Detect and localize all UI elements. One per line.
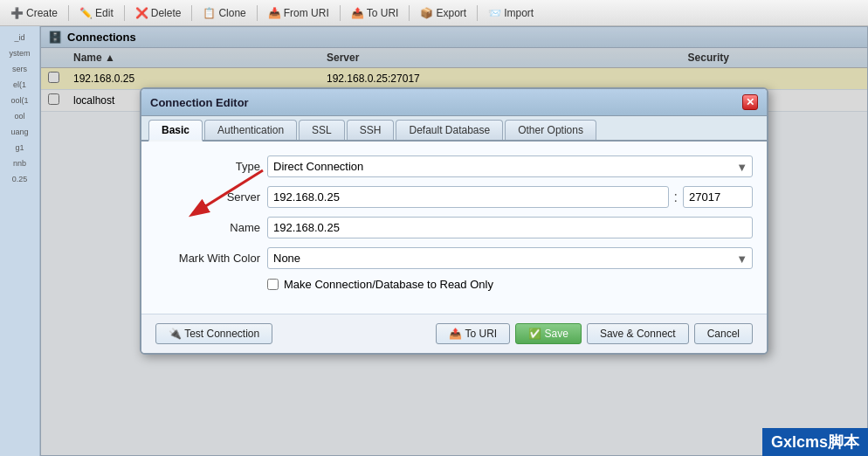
delete-icon: ❌ bbox=[135, 7, 148, 19]
sidebar-item-2[interactable]: ystem bbox=[0, 45, 39, 61]
save-icon: ✅ bbox=[528, 328, 544, 340]
toolbar-separator-6 bbox=[409, 5, 410, 21]
toolbar-separator-7 bbox=[477, 5, 478, 21]
to-uri-dialog-icon: 📤 bbox=[449, 328, 465, 340]
type-row: Type Direct Connection Replica Set Shard… bbox=[155, 155, 753, 177]
edit-button[interactable]: ✏️ Edit bbox=[74, 5, 119, 21]
sidebar: _id ystem sers el(1 ool(1 ool uang g1 nn… bbox=[0, 26, 40, 456]
tab-bar: Basic Authentication SSL SSH Default Dat… bbox=[141, 116, 767, 142]
toolbar-separator-4 bbox=[257, 5, 258, 21]
color-select[interactable]: None Red Green Blue Yellow bbox=[267, 247, 753, 269]
sidebar-item-5[interactable]: ool(1 bbox=[0, 93, 39, 108]
readonly-checkbox[interactable] bbox=[267, 279, 279, 290]
tab-ssh[interactable]: SSH bbox=[347, 120, 395, 140]
toolbar-separator-5 bbox=[340, 5, 341, 21]
cancel-button[interactable]: Cancel bbox=[694, 323, 753, 344]
toolbar-separator-2 bbox=[124, 5, 125, 21]
server-host-input[interactable] bbox=[267, 186, 669, 208]
server-inputs: : bbox=[267, 186, 753, 208]
export-icon: 📦 bbox=[420, 7, 433, 19]
dialog-close-button[interactable]: ✕ bbox=[742, 94, 758, 110]
clone-button[interactable]: 📋 Clone bbox=[197, 5, 251, 21]
to-uri-button[interactable]: 📤 To URI bbox=[436, 323, 510, 344]
dialog-body: Type Direct Connection Replica Set Shard… bbox=[141, 142, 767, 314]
save-connect-button[interactable]: Save & Connect bbox=[587, 323, 689, 344]
readonly-row: Make Connection/Database to Read Only bbox=[267, 278, 753, 291]
sidebar-item-8[interactable]: g1 bbox=[0, 140, 39, 155]
toolbar-separator bbox=[68, 5, 69, 21]
name-row: Name bbox=[155, 217, 753, 238]
tab-basic[interactable]: Basic bbox=[148, 120, 203, 142]
to-uri-toolbar-icon: 📤 bbox=[351, 7, 364, 19]
port-separator: : bbox=[674, 190, 678, 205]
type-select-wrapper: Direct Connection Replica Set Sharded Cl… bbox=[267, 155, 753, 177]
server-label: Server bbox=[155, 190, 260, 204]
from-uri-icon: 📥 bbox=[268, 7, 281, 19]
toolbar: ➕ Create ✏️ Edit ❌ Delete 📋 Clone 📥 From… bbox=[0, 0, 868, 26]
import-button[interactable]: 📨 Import bbox=[483, 5, 539, 21]
save-button[interactable]: ✅ Save bbox=[515, 323, 582, 344]
sidebar-item-3[interactable]: sers bbox=[0, 61, 39, 77]
tab-other-options[interactable]: Other Options bbox=[505, 120, 596, 140]
watermark: Gxlcms脚本 bbox=[762, 428, 868, 456]
dialog-titlebar: Connection Editor ✕ bbox=[141, 89, 767, 116]
delete-button[interactable]: ❌ Delete bbox=[130, 5, 187, 21]
color-select-wrapper: None Red Green Blue Yellow ▼ bbox=[267, 247, 753, 269]
test-icon: 🔌 bbox=[169, 328, 184, 340]
type-label: Type bbox=[155, 160, 260, 173]
to-uri-toolbar-button[interactable]: 📤 To URI bbox=[346, 5, 404, 21]
from-uri-button[interactable]: 📥 From URI bbox=[263, 5, 334, 21]
type-select[interactable]: Direct Connection Replica Set Sharded Cl… bbox=[267, 155, 753, 177]
server-port-input[interactable] bbox=[683, 186, 753, 208]
name-label: Name bbox=[155, 221, 260, 234]
create-button[interactable]: ➕ Create bbox=[5, 5, 63, 21]
color-row: Mark With Color None Red Green Blue Yell… bbox=[155, 247, 753, 269]
modal-overlay: Connection Editor ✕ Basic Authentication… bbox=[40, 26, 868, 456]
readonly-label: Make Connection/Database to Read Only bbox=[284, 278, 493, 291]
sidebar-item-1[interactable]: _id bbox=[0, 30, 39, 45]
tab-authentication[interactable]: Authentication bbox=[204, 120, 297, 140]
content-area: 🗄️ Connections Name ▲ Server Security 19… bbox=[40, 26, 868, 456]
footer-right: 📤 To URI ✅ Save Save & Connect Cancel bbox=[436, 323, 753, 344]
clone-icon: 📋 bbox=[203, 7, 216, 19]
tab-default-database[interactable]: Default Database bbox=[396, 120, 503, 140]
sidebar-item-7[interactable]: uang bbox=[0, 124, 39, 140]
connection-editor-dialog: Connection Editor ✕ Basic Authentication… bbox=[140, 87, 768, 355]
sidebar-item-6[interactable]: ool bbox=[0, 108, 39, 124]
edit-icon: ✏️ bbox=[79, 7, 93, 19]
color-label: Mark With Color bbox=[155, 252, 260, 265]
server-row: Server : bbox=[155, 186, 753, 208]
sidebar-item-4[interactable]: el(1 bbox=[0, 77, 39, 93]
dialog-title: Connection Editor bbox=[150, 96, 249, 109]
toolbar-separator-3 bbox=[191, 5, 192, 21]
dialog-footer: 🔌 Test Connection 📤 To URI ✅ Save bbox=[141, 314, 767, 353]
create-icon: ➕ bbox=[10, 7, 24, 19]
main-layout: _id ystem sers el(1 ool(1 ool uang g1 nn… bbox=[0, 26, 868, 456]
sidebar-item-9[interactable]: nnb bbox=[0, 155, 39, 171]
footer-left: 🔌 Test Connection bbox=[155, 323, 272, 344]
test-connection-button[interactable]: 🔌 Test Connection bbox=[155, 323, 272, 344]
import-icon: 📨 bbox=[488, 7, 501, 19]
name-input[interactable] bbox=[267, 217, 753, 238]
tab-ssl[interactable]: SSL bbox=[299, 120, 345, 140]
export-button[interactable]: 📦 Export bbox=[415, 5, 472, 21]
sidebar-item-10[interactable]: 0.25 bbox=[0, 171, 39, 187]
